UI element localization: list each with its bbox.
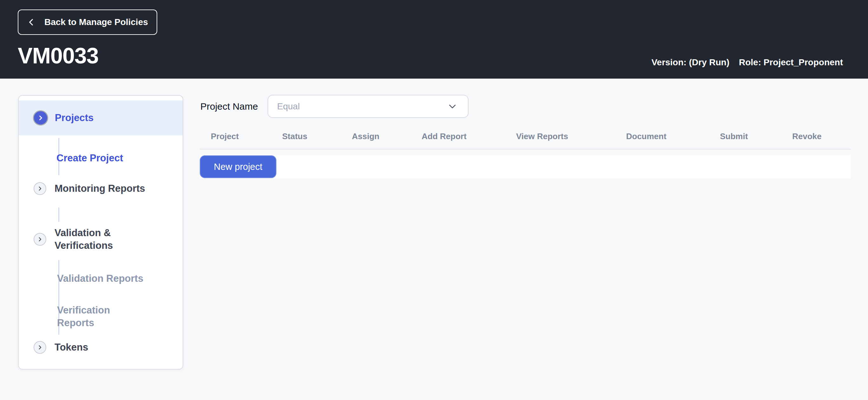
column-header-document: Document <box>626 128 666 144</box>
back-button-label: Back to Manage Policies <box>44 17 148 27</box>
role-label: Role: Project_Proponent <box>739 57 843 68</box>
sidebar-item-label: Create Project <box>56 152 123 164</box>
version-label: Version: (Dry Run) <box>651 57 730 68</box>
column-header-submit: Submit <box>720 128 748 144</box>
column-header-status: Status <box>282 128 307 144</box>
sidebar-item-label: Verification Reports <box>57 304 116 329</box>
table-header-divider <box>200 149 851 150</box>
chevron-right-circle-icon <box>34 341 46 354</box>
sidebar-item-label: Validation Reports <box>57 272 143 285</box>
top-header: Back to Manage Policies VM0033 Version: … <box>0 0 868 79</box>
table-empty-row <box>200 155 851 179</box>
sidebar-item-tokens[interactable]: Tokens <box>34 340 88 355</box>
chevron-down-icon <box>447 102 457 111</box>
column-header-view-reports: View Reports <box>516 128 568 144</box>
sidebar-item-monitoring-reports[interactable]: Monitoring Reports <box>34 182 145 195</box>
sidebar-item-label: Monitoring Reports <box>55 182 145 195</box>
header-meta: Version: (Dry Run) Role: Project_Propone… <box>651 57 843 68</box>
filter-label: Project Name <box>200 95 258 118</box>
chevron-right-circle-icon <box>34 233 46 246</box>
sidebar-item-validation-reports[interactable]: Validation Reports <box>57 272 143 285</box>
new-project-button[interactable]: New project <box>200 155 276 178</box>
sidebar-item-label: Tokens <box>55 341 88 354</box>
sidebar-item-verification-reports[interactable]: Verification Reports <box>57 304 116 329</box>
sidebar-item-create-project[interactable]: Create Project <box>56 152 123 164</box>
sidebar-item-validation-verifications[interactable]: Validation & Verifications <box>34 227 134 252</box>
sidebar-item-projects[interactable]: Projects <box>19 100 183 135</box>
indent-guide-line <box>58 207 59 222</box>
sidebar-item-label: Validation & Verifications <box>55 227 134 252</box>
new-project-button-label: New project <box>214 162 262 172</box>
page-title: VM0033 <box>18 44 99 68</box>
chevron-left-icon <box>27 18 35 26</box>
column-header-project: Project <box>211 128 239 144</box>
chevron-right-circle-icon <box>34 182 46 195</box>
select-placeholder: Equal <box>277 101 447 112</box>
sidebar: Projects Create Project Monitoring Repor… <box>18 95 183 370</box>
back-button[interactable]: Back to Manage Policies <box>18 9 157 35</box>
project-name-filter-select[interactable]: Equal <box>268 95 469 118</box>
column-header-revoke: Revoke <box>792 128 822 144</box>
sidebar-item-label: Projects <box>55 112 94 124</box>
chevron-right-circle-icon <box>33 110 48 125</box>
column-header-assign: Assign <box>352 128 379 144</box>
column-header-add-report: Add Report <box>422 128 467 144</box>
